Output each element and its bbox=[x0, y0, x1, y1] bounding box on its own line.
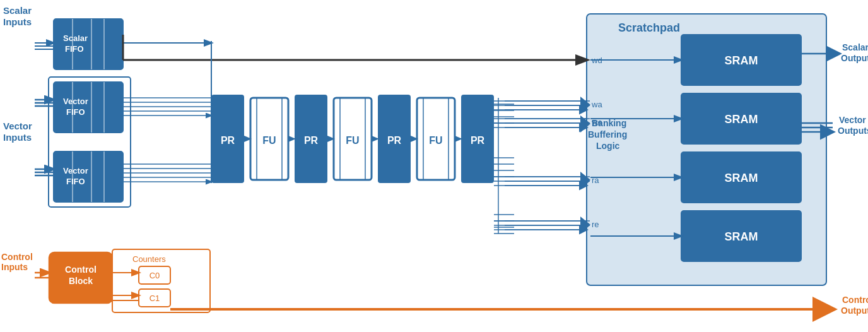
c1-label: C1 bbox=[150, 293, 160, 303]
c0-label: C0 bbox=[150, 271, 160, 280]
sram1-label: SRAM bbox=[725, 54, 758, 67]
fu1-label: FU bbox=[262, 135, 276, 146]
vector-fifo2-label2: FIFO bbox=[66, 177, 85, 186]
scalar-inputs-label: Scalar bbox=[3, 5, 32, 16]
vector-inputs-label: Vector bbox=[3, 121, 32, 131]
vector-fifo2-label: Vector bbox=[63, 166, 88, 175]
control-inputs-label2: Inputs bbox=[1, 262, 28, 272]
re-label: re bbox=[592, 220, 599, 229]
scalar-fifo-label: Scalar bbox=[63, 33, 88, 43]
pr4-label: PR bbox=[471, 135, 485, 146]
sram3-label: SRAM bbox=[725, 172, 758, 184]
scalar-fifo-box bbox=[54, 19, 123, 69]
control-inputs-label: Control bbox=[1, 252, 33, 262]
vector-outputs-label: Vector bbox=[839, 115, 866, 125]
fu3-label: FU bbox=[429, 135, 442, 146]
control-outputs-label: Control bbox=[842, 295, 868, 305]
sram2-label: SRAM bbox=[725, 113, 758, 126]
control-outputs-label2: Outputs bbox=[841, 305, 868, 316]
fu2-label: FU bbox=[346, 135, 359, 146]
vector-outputs-label2: Outputs bbox=[838, 126, 868, 136]
buffering-label: Buffering bbox=[588, 129, 627, 139]
pr3-label: PR bbox=[387, 135, 402, 146]
pr2-label: PR bbox=[304, 135, 319, 146]
pr1-label: PR bbox=[221, 135, 235, 146]
control-block-label2: Block bbox=[69, 276, 93, 286]
vector-fifo1-box bbox=[54, 82, 123, 133]
scalar-outputs-label: Scalar bbox=[842, 42, 868, 52]
logic-label: Logic bbox=[596, 141, 620, 151]
wa-label: wa bbox=[591, 100, 602, 109]
counters-label: Counters bbox=[132, 254, 166, 264]
vector-inputs-label2: Inputs bbox=[3, 132, 32, 143]
vector-fifo1-label: Vector bbox=[63, 97, 88, 106]
scalar-outputs-label2: Outputs bbox=[841, 53, 868, 63]
control-block-label: Control bbox=[65, 264, 97, 275]
scalar-fifo-label2: FIFO bbox=[65, 44, 84, 54]
scratchpad-label: Scratchpad bbox=[618, 21, 680, 34]
vector-fifo1-label2: FIFO bbox=[66, 107, 85, 117]
sram4-label: SRAM bbox=[725, 230, 758, 243]
vector-fifo2-box bbox=[54, 151, 123, 202]
scalar-inputs-label2: Inputs bbox=[3, 16, 32, 27]
